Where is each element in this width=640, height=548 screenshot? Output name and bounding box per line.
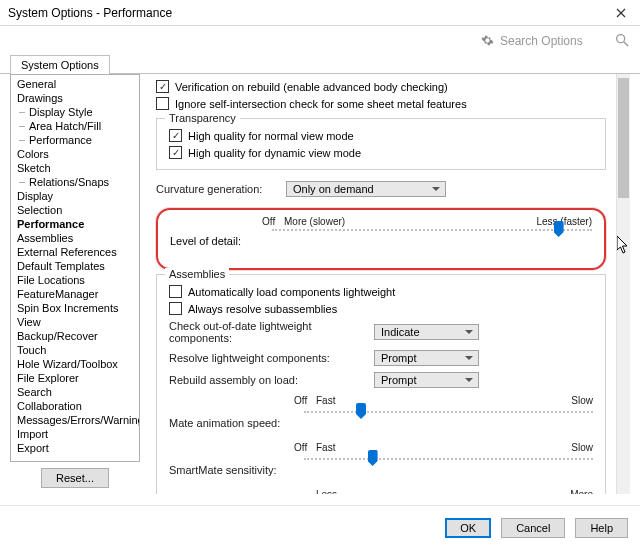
slider-left: Off	[294, 442, 316, 453]
label-resolve-light: Resolve lightweight components:	[169, 352, 364, 364]
tree-item[interactable]: Performance	[11, 217, 139, 231]
group-label: Assemblies	[165, 268, 229, 280]
check-always-resolve[interactable]: Always resolve subassemblies	[169, 300, 593, 317]
svg-line-1	[624, 42, 628, 46]
check-label: Automatically load components lightweigh…	[188, 286, 395, 298]
tree-item[interactable]: Default Templates	[11, 259, 139, 273]
slider-mid: Less	[316, 489, 570, 494]
tabs-bar: System Options	[0, 54, 640, 74]
tree-item[interactable]: Performance	[11, 133, 139, 147]
scrollbar[interactable]	[616, 74, 630, 494]
select-rebuild-load[interactable]: Prompt	[374, 372, 479, 388]
cursor-icon	[617, 236, 631, 254]
slider-right: Slow	[571, 442, 593, 453]
dialog-buttons: OK Cancel Help	[0, 505, 640, 548]
tree-item[interactable]: Relations/Snaps	[11, 175, 139, 189]
ok-button[interactable]: OK	[445, 518, 491, 538]
scrollbar-thumb[interactable]	[618, 78, 629, 198]
tree-item[interactable]: View	[11, 315, 139, 329]
checkbox-icon[interactable]	[169, 285, 182, 298]
slider-right: Slow	[571, 395, 593, 406]
search-icon[interactable]	[614, 32, 630, 50]
search-row	[0, 26, 640, 52]
group-assemblies: Assemblies Automatically load components…	[156, 274, 606, 494]
search-box[interactable]	[481, 33, 608, 49]
checkbox-icon[interactable]	[156, 97, 169, 110]
label-check-ood: Check out-of-date lightweight components…	[169, 320, 364, 344]
title-bar: System Options - Performance	[0, 0, 640, 26]
tree-item[interactable]: External References	[11, 245, 139, 259]
tree-item[interactable]: File Explorer	[11, 371, 139, 385]
close-button[interactable]	[606, 1, 636, 25]
tab-system-options[interactable]: System Options	[10, 55, 110, 74]
tree-item[interactable]: Touch	[11, 343, 139, 357]
group-transparency: Transparency ✓ High quality for normal v…	[156, 118, 606, 170]
slider-lod[interactable]	[272, 227, 592, 255]
check-label: Verification on rebuild (enable advanced…	[175, 81, 448, 93]
check-label: Always resolve subassemblies	[188, 303, 337, 315]
label-lod: Level of detail:	[170, 235, 262, 247]
checkbox-icon[interactable]	[169, 302, 182, 315]
tree-item[interactable]: Import	[11, 427, 139, 441]
check-label: High quality for normal view mode	[188, 130, 354, 142]
tree-item[interactable]: FeatureManager	[11, 287, 139, 301]
slider-right: Less (faster)	[536, 216, 592, 227]
search-input[interactable]	[498, 33, 608, 49]
select-check-ood[interactable]: Indicate	[374, 324, 479, 340]
tree-item[interactable]: Assemblies	[11, 231, 139, 245]
tree-item[interactable]: Display Style	[11, 105, 139, 119]
checkbox-icon[interactable]: ✓	[169, 129, 182, 142]
tree-item[interactable]: Area Hatch/Fill	[11, 119, 139, 133]
slider-smartmate[interactable]	[304, 456, 593, 484]
tree-item[interactable]: File Locations	[11, 273, 139, 287]
check-label: High quality for dynamic view mode	[188, 147, 361, 159]
tree-item[interactable]: Collaboration	[11, 399, 139, 413]
select-curvature[interactable]: Only on demand	[286, 181, 446, 197]
tree-item[interactable]: Display	[11, 189, 139, 203]
tree-item[interactable]: Hole Wizard/Toolbox	[11, 357, 139, 371]
tree-item[interactable]: Colors	[11, 147, 139, 161]
cancel-button[interactable]: Cancel	[501, 518, 565, 538]
svg-point-0	[617, 35, 625, 43]
tree-item[interactable]: Selection	[11, 203, 139, 217]
check-verification[interactable]: ✓ Verification on rebuild (enable advanc…	[156, 78, 606, 95]
slider-mid: More (slower)	[284, 216, 536, 227]
help-button[interactable]: Help	[575, 518, 628, 538]
label-mate-anim: Mate animation speed:	[169, 417, 294, 429]
tree-item[interactable]: Backup/Recover	[11, 329, 139, 343]
gear-icon	[481, 34, 494, 49]
group-label: Transparency	[165, 112, 240, 124]
tree-item[interactable]: Messages/Errors/Warnings	[11, 413, 139, 427]
reset-button[interactable]: Reset...	[41, 468, 109, 488]
tree-item[interactable]: Search	[11, 385, 139, 399]
check-label: Ignore self-intersection check for some …	[175, 98, 467, 110]
tree-item[interactable]: Export	[11, 441, 139, 455]
label-smartmate: SmartMate sensitivity:	[169, 464, 294, 476]
slider-left: Off	[294, 395, 316, 406]
label-curvature: Curvature generation:	[156, 183, 276, 195]
check-auto-light[interactable]: Automatically load components lightweigh…	[169, 283, 593, 300]
select-resolve-light[interactable]: Prompt	[374, 350, 479, 366]
label-rebuild-load: Rebuild assembly on load:	[169, 374, 364, 386]
close-icon	[616, 8, 626, 18]
options-tree[interactable]: GeneralDrawingsDisplay StyleArea Hatch/F…	[10, 74, 140, 462]
checkbox-icon[interactable]: ✓	[169, 146, 182, 159]
settings-panel: ✓ Verification on rebuild (enable advanc…	[148, 74, 630, 494]
check-hq-dynamic[interactable]: ✓ High quality for dynamic view mode	[169, 144, 593, 161]
check-ignore-sheet[interactable]: Ignore self-intersection check for some …	[156, 95, 606, 112]
slider-mid: Fast	[316, 395, 571, 406]
tree-item[interactable]: General	[11, 77, 139, 91]
callout-lod: Off More (slower) Less (faster) Level of…	[156, 208, 606, 270]
slider-left: Off	[262, 216, 284, 227]
tree-item[interactable]: Drawings	[11, 91, 139, 105]
slider-mate-anim[interactable]	[304, 409, 593, 437]
slider-mid: Fast	[316, 442, 571, 453]
window-title: System Options - Performance	[8, 6, 606, 20]
tree-item[interactable]: Spin Box Increments	[11, 301, 139, 315]
slider-right: More	[570, 489, 593, 494]
check-hq-normal[interactable]: ✓ High quality for normal view mode	[169, 127, 593, 144]
tree-item[interactable]: Sketch	[11, 161, 139, 175]
checkbox-icon[interactable]: ✓	[156, 80, 169, 93]
